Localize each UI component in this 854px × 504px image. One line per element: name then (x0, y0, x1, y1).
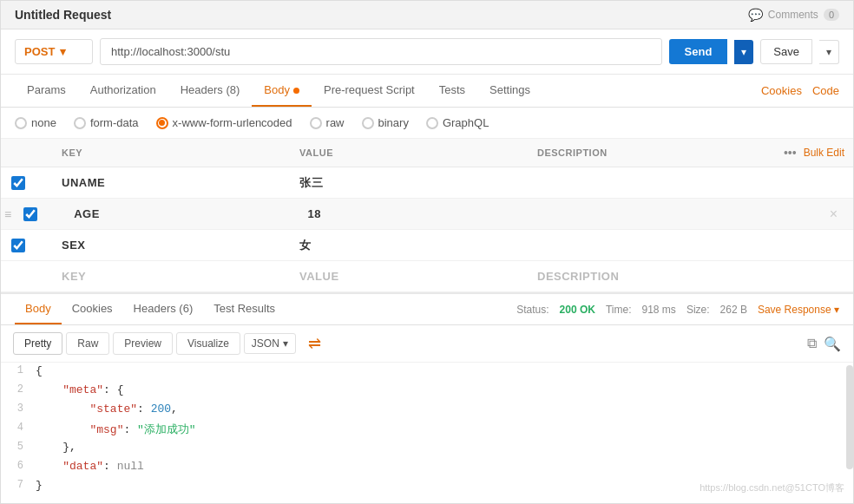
drag-handle-icon[interactable]: ≡ (3, 207, 13, 221)
kv-placeholder-row: Key Value Description (1, 261, 853, 292)
visualize-button[interactable]: Visualize (176, 332, 240, 355)
row2-delete-button[interactable]: × (830, 206, 838, 222)
size-value: 262 B (720, 304, 747, 316)
radio-graphql[interactable]: GraphQL (426, 116, 489, 129)
table-row: sex 女 (1, 230, 853, 261)
line-num-3: 3 (1, 401, 36, 415)
raw-button[interactable]: Raw (66, 332, 109, 355)
radio-none[interactable]: none (15, 116, 56, 129)
tab-headers[interactable]: Headers (8) (168, 75, 253, 107)
row2-checkbox[interactable] (23, 207, 37, 221)
scrollbar[interactable] (846, 365, 853, 469)
line-content-6: "data": null (36, 458, 853, 475)
url-input[interactable] (100, 38, 662, 65)
tab-pre-request[interactable]: Pre-request Script (312, 75, 427, 107)
row3-key[interactable]: sex (53, 233, 291, 257)
bulk-edit-button[interactable]: Bulk Edit (804, 147, 844, 159)
table-row: uname 张三 (1, 167, 853, 199)
row1-checkbox[interactable] (11, 176, 25, 190)
line-content-2: "meta": { (36, 382, 853, 398)
line-num-2: 2 (1, 382, 36, 396)
pretty-button[interactable]: Pretty (13, 332, 62, 355)
radio-circle-none (15, 117, 27, 129)
comments-button[interactable]: 💬 Comments 0 (748, 8, 839, 22)
time-label: Time: (606, 304, 632, 316)
method-label: POST (24, 45, 55, 58)
placeholder-desc[interactable]: Description (529, 265, 766, 288)
watermark: https://blog.csdn.net@51CTO博客 (700, 481, 844, 494)
row3-checkbox[interactable] (11, 239, 25, 252)
placeholder-value[interactable]: Value (291, 265, 529, 288)
cookies-link[interactable]: Cookies (761, 84, 802, 97)
radio-circle-binary (362, 117, 374, 129)
line-content-5: }, (36, 439, 853, 455)
code-line: 6 "data": null (1, 458, 853, 477)
tab-settings[interactable]: Settings (477, 75, 542, 107)
code-line: 4 "msg": "添加成功" (1, 420, 853, 439)
code-line: 3 "state": 200, (1, 401, 853, 420)
radio-circle-graphql (426, 117, 438, 129)
status-value: 200 OK (560, 304, 595, 316)
format-chevron-icon: ▾ (283, 337, 288, 350)
url-bar: POST ▾ Send ▾ Save ▾ (1, 29, 853, 75)
row1-desc (529, 178, 766, 188)
send-button[interactable]: Send (669, 39, 728, 64)
kv-header-row: KEY VALUE DESCRIPTION ••• Bulk Edit (1, 139, 853, 167)
toolbar-icons: ⧉ 🔍 (807, 336, 841, 352)
method-select[interactable]: POST ▾ (15, 39, 93, 64)
code-link[interactable]: Code (812, 84, 839, 97)
row2-drag-zone: ≡ (1, 207, 13, 221)
body-dot (293, 88, 299, 94)
wrap-icon[interactable]: ⇌ (308, 334, 321, 353)
row1-value[interactable]: 张三 (291, 170, 529, 196)
copy-icon[interactable]: ⧉ (807, 336, 817, 352)
line-content-4: "msg": "添加成功" (36, 420, 853, 439)
search-icon[interactable]: 🔍 (824, 336, 841, 352)
code-line: 1 { (1, 363, 853, 382)
save-button[interactable]: Save (760, 39, 812, 64)
bulk-edit-dots-icon[interactable]: ••• (784, 146, 797, 160)
radio-form-data[interactable]: form-data (74, 116, 139, 129)
row1-key[interactable]: uname (53, 171, 291, 194)
tab-authorization[interactable]: Authorization (78, 75, 168, 107)
row2-value[interactable]: 18 (299, 202, 532, 226)
response-status: Status: 200 OK Time: 918 ms Size: 262 B … (516, 304, 839, 316)
kv-table: KEY VALUE DESCRIPTION ••• Bulk Edit unam… (1, 139, 853, 292)
radio-x-www-form-urlencoded[interactable]: x-www-form-urlencoded (156, 116, 292, 129)
save-response-chevron-icon: ▾ (834, 304, 839, 316)
kv-drag-col-header (36, 144, 53, 161)
body-type-row: none form-data x-www-form-urlencoded raw… (1, 108, 853, 139)
code-line: 2 "meta": { (1, 382, 853, 401)
resp-tab-cookies[interactable]: Cookies (62, 294, 123, 324)
send-dropdown-button[interactable]: ▾ (734, 40, 753, 64)
placeholder-key[interactable]: Key (53, 265, 291, 288)
save-response-button[interactable]: Save Response ▾ (758, 304, 839, 316)
comments-label: Comments (768, 9, 818, 21)
request-title: Untitled Request (15, 8, 111, 22)
radio-binary[interactable]: binary (362, 116, 409, 129)
comments-count: 0 (824, 9, 839, 21)
line-num-5: 5 (1, 439, 36, 453)
row2-desc (533, 209, 766, 219)
resp-tab-test-results[interactable]: Test Results (203, 294, 286, 324)
comments-icon: 💬 (748, 8, 763, 22)
preview-button[interactable]: Preview (113, 332, 173, 355)
radio-circle-urlencoded (156, 117, 168, 129)
save-dropdown-button[interactable]: ▾ (819, 40, 839, 64)
resp-tab-headers[interactable]: Headers (6) (123, 294, 204, 324)
line-num-7: 7 (1, 477, 36, 491)
kv-check-col-header (1, 144, 36, 161)
row3-value[interactable]: 女 (291, 232, 529, 259)
resp-tab-body[interactable]: Body (15, 294, 62, 324)
row2-key[interactable]: age (65, 202, 299, 226)
top-bar: Untitled Request 💬 Comments 0 (1, 1, 853, 29)
tab-params[interactable]: Params (15, 75, 78, 107)
line-num-6: 6 (1, 458, 36, 472)
format-select[interactable]: JSON ▾ (244, 333, 296, 354)
size-label: Size: (686, 304, 710, 316)
radio-raw[interactable]: raw (310, 116, 345, 129)
method-chevron-icon: ▾ (60, 45, 66, 58)
tab-tests[interactable]: Tests (427, 75, 477, 107)
tab-body[interactable]: Body (252, 75, 312, 107)
row3-desc (529, 240, 766, 251)
